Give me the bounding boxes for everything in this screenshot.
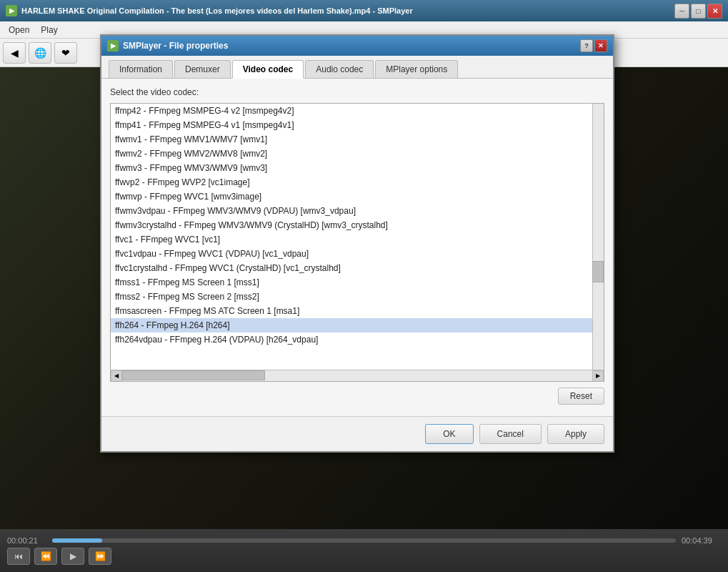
dialog-content: Select the video codec: ffmp42 - FFmpeg …: [101, 79, 613, 416]
maximize-button[interactable]: □: [691, 4, 706, 19]
tab-mplayer-options[interactable]: MPlayer options: [375, 60, 458, 78]
codec-item[interactable]: ffwmvp - FFmpeg WVC1 [wmv3image]: [111, 189, 604, 204]
codec-item[interactable]: ffwmv2 - FFmpeg WMV2/WMV8 [wmv2]: [111, 147, 604, 161]
apply-button[interactable]: Apply: [547, 424, 604, 444]
codec-item[interactable]: ffwmv3vdpau - FFmpeg WMV3/WMV9 (VDPAU) […: [111, 204, 604, 218]
toolbar-globe-btn[interactable]: 🌐: [29, 42, 51, 64]
current-time: 00:00:21: [7, 536, 46, 545]
reset-button[interactable]: Reset: [558, 388, 604, 405]
control-buttons: ⏮ ⏪ ▶ ⏩: [0, 548, 728, 565]
progress-bar-area: 00:00:21 00:04:39: [0, 536, 728, 545]
player-titlebar: ▶ HARLEM SHAKE Original Compilation - Th…: [0, 0, 728, 21]
codec-item[interactable]: ffh264 - FFmpeg H.264 [h264]: [111, 318, 604, 332]
codec-list[interactable]: ffmp42 - FFmpeg MSMPEG-4 v2 [msmpeg4v2]f…: [111, 104, 604, 370]
player-title: HARLEM SHAKE Original Compilation - The …: [21, 6, 674, 15]
file-properties-dialog: ▶ SMPlayer - File properties ? ✕ Informa…: [100, 34, 614, 453]
rewind-button[interactable]: ⏮: [7, 548, 30, 565]
vertical-scrollbar-thumb[interactable]: [592, 261, 604, 282]
codec-item[interactable]: ffmss2 - FFmpeg MS Screen 2 [mss2]: [111, 290, 604, 304]
next-button[interactable]: ⏩: [89, 548, 111, 565]
tabs-bar: Information Demuxer Video codec Audio co…: [101, 56, 613, 79]
play-menu[interactable]: Play: [35, 23, 63, 37]
progress-fill: [52, 538, 102, 543]
reset-area: Reset: [110, 382, 604, 408]
dialog-titlebar-buttons: ? ✕: [580, 39, 607, 52]
codec-item[interactable]: ffvc1 - FFmpeg WVC1 [vc1]: [111, 232, 604, 247]
tab-demuxer[interactable]: Demuxer: [174, 60, 231, 78]
tab-audio-codec[interactable]: Audio codec: [305, 60, 374, 78]
titlebar-controls: ─ □ ✕: [674, 4, 722, 19]
codec-item[interactable]: ffwmv3crystalhd - FFmpeg WMV3/WMV9 (Crys…: [111, 218, 604, 232]
codec-item[interactable]: ffvc1vdpau - FFmpeg WVC1 (VDPAU) [vc1_vd…: [111, 247, 604, 261]
tab-video-codec[interactable]: Video codec: [232, 60, 304, 79]
codec-item[interactable]: ffwmv3 - FFmpeg WMV3/WMV9 [wmv3]: [111, 161, 604, 175]
codec-list-container: ffmp42 - FFmpeg MSMPEG-4 v2 [msmpeg4v2]f…: [110, 103, 604, 382]
codec-item[interactable]: ffmsascreen - FFmpeg MS ATC Screen 1 [ms…: [111, 304, 604, 318]
dialog-icon: ▶: [107, 40, 119, 51]
dialog-title: SMPlayer - File properties: [123, 41, 576, 51]
dialog-help-button[interactable]: ?: [580, 39, 593, 52]
dialog-footer: OK Cancel Apply: [101, 416, 613, 451]
close-button[interactable]: ✕: [707, 4, 722, 19]
ok-button[interactable]: OK: [425, 424, 473, 444]
horizontal-scrollbar[interactable]: ◀ ▶: [111, 370, 604, 381]
player-icon: ▶: [6, 5, 17, 16]
codec-item[interactable]: ffwvp2 - FFmpeg WVP2 [vc1image]: [111, 175, 604, 189]
h-scroll-left-arrow[interactable]: ◀: [111, 370, 122, 382]
play-button[interactable]: ▶: [61, 548, 84, 565]
total-time: 00:04:39: [682, 536, 721, 545]
section-label: Select the video codec:: [110, 87, 604, 97]
dialog-close-button[interactable]: ✕: [594, 39, 607, 52]
toolbar-heart-btn[interactable]: ❤: [54, 42, 77, 64]
h-scrollbar-thumb[interactable]: [122, 370, 265, 380]
codec-item[interactable]: ffh264vdpau - FFmpeg H.264 (VDPAU) [h264…: [111, 332, 604, 347]
toolbar-back-btn[interactable]: ◀: [3, 42, 26, 64]
tab-information[interactable]: Information: [109, 60, 173, 78]
codec-item[interactable]: ffmp41 - FFmpeg MSMPEG-4 v1 [msmpeg4v1]: [111, 118, 604, 132]
dialog-titlebar: ▶ SMPlayer - File properties ? ✕: [101, 36, 613, 56]
codec-item[interactable]: ffmss1 - FFmpeg MS Screen 1 [mss1]: [111, 275, 604, 290]
player-controls: 00:00:21 00:04:39 ⏮ ⏪ ▶ ⏩: [0, 529, 728, 572]
codec-item[interactable]: ffvc1crystalhd - FFmpeg WVC1 (CrystalHD)…: [111, 261, 604, 275]
vertical-scrollbar-track[interactable]: [592, 104, 604, 381]
codec-item[interactable]: ffmp42 - FFmpeg MSMPEG-4 v2 [msmpeg4v2]: [111, 104, 604, 118]
minimize-button[interactable]: ─: [674, 4, 689, 19]
cancel-button[interactable]: Cancel: [479, 424, 542, 444]
prev-button[interactable]: ⏪: [34, 548, 57, 565]
h-scroll-right-arrow[interactable]: ▶: [592, 370, 604, 382]
codec-item[interactable]: ffwmv1 - FFmpeg WMV1/WMV7 [wmv1]: [111, 132, 604, 147]
progress-track[interactable]: [52, 538, 676, 543]
open-menu[interactable]: Open: [3, 23, 35, 37]
